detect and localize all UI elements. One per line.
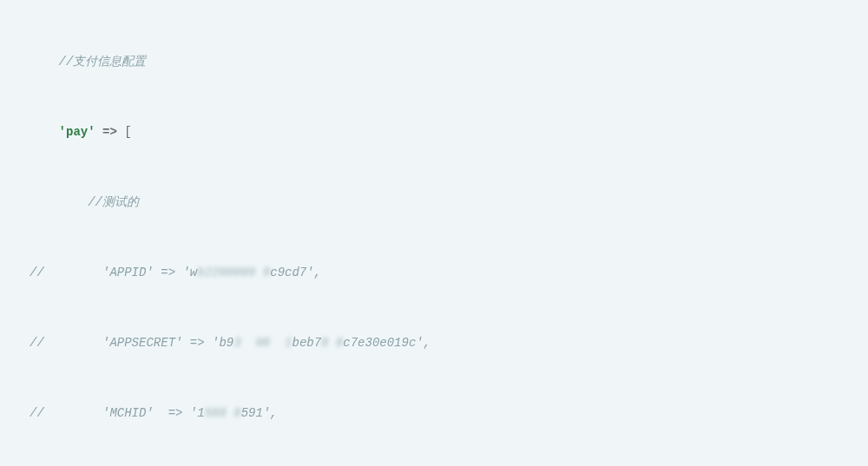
code-line: // 'MCHID' => '1588 8591', [0,402,868,425]
blurred-text: 588 8 [205,406,241,420]
code-line: //支付信息配置 [0,50,868,74]
code-line: //测试的 [0,191,868,214]
bracket: [ [124,125,131,139]
key-text: 'APPSECRET' [102,336,182,350]
array-key: 'pay' [59,125,95,139]
key-text: 'APPID' [102,266,154,279]
code-block: //支付信息配置 'pay' => [ //测试的 // 'APPID' => … [0,0,868,466]
code-line: // 'APPID' => 'wb2200009 9c9cd7', [0,261,868,285]
val-mid: beb7 [292,336,321,350]
value-text: 'wb2200009 9c9cd7', [182,266,321,279]
comment: //支付信息配置 [59,55,147,69]
code-line: 'pay' => [ [0,121,868,144]
operator: => [102,125,117,139]
blurred-text: b2200009 9 [197,266,270,279]
commented-code: 'APPID' => 'wb2200009 9c9cd7', [102,266,321,279]
val-post: c7e30e019c', [343,336,431,350]
val-post: c9cd7', [270,266,321,279]
commented-code: 'MCHID' => '1588 8591', [102,406,278,420]
blurred-text: 3 00 1 [233,336,292,350]
val-pre: '1 [190,406,205,420]
val-pre: 'w [182,266,197,279]
line-commented-marker: // [30,402,44,425]
comment: //测试的 [88,195,139,209]
val-pre: 'b9 [212,336,233,350]
line-commented-marker: // [30,331,44,355]
value-text: '1588 8591', [190,406,278,420]
commented-code: 'APPSECRET' => 'b93 00 1beb78 8c7e30e019… [102,336,431,350]
val-post: 591', [241,406,278,420]
blurred-text: 8 8 [321,336,343,350]
code-line: // 'APPSECRET' => 'b93 00 1beb78 8c7e30e… [0,331,868,355]
value-text: 'b93 00 1beb78 8c7e30e019c', [212,336,431,350]
key-text: 'MCHID' [102,406,154,420]
line-commented-marker: // [30,261,44,285]
